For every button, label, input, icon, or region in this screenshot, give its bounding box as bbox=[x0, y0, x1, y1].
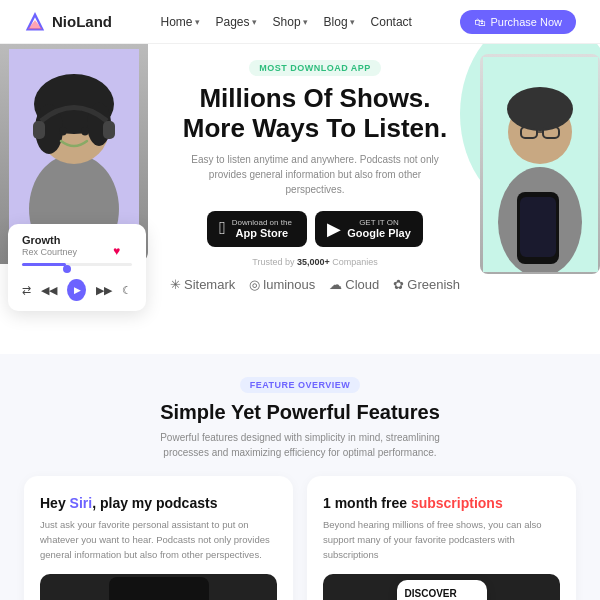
feature-card-siri: Hey Siri, play my podcasts Just ask your… bbox=[24, 476, 293, 600]
sitemark-icon: ✳ bbox=[170, 277, 181, 292]
chevron-down-icon: ▾ bbox=[350, 17, 355, 27]
svg-point-15 bbox=[507, 87, 573, 131]
logo-text: NioLand bbox=[52, 13, 112, 30]
nav-blog[interactable]: Blog ▾ bbox=[324, 15, 355, 29]
brand-logos: ✳ Sitemark ◎ luminous ☁ Cloud ✿ Greenish bbox=[170, 277, 460, 292]
hero-subtitle: Easy to listen anytime and anywhere. Pod… bbox=[185, 152, 445, 197]
feature-badge: FEATURE OVERVIEW bbox=[240, 377, 361, 393]
feature-card-2-desc: Beyond hearing millions of free shows, y… bbox=[323, 518, 560, 562]
hero-badge: MOST DOWNLOAD APP bbox=[249, 60, 381, 76]
brand-cloud: ☁ Cloud bbox=[329, 277, 379, 292]
feature-card-subscriptions: 1 month free subscriptions Beyond hearin… bbox=[307, 476, 576, 600]
svg-point-10 bbox=[59, 127, 67, 136]
store-buttons:  Download on the App Store ▶ GET IT ON … bbox=[207, 211, 423, 247]
feature-card-1-desc: Just ask your favorite personal assistan… bbox=[40, 518, 277, 562]
discover-card: DISCOVER 🔍 Find your favourite... bbox=[397, 580, 487, 600]
nav-contact[interactable]: Contact bbox=[371, 15, 412, 29]
player-card: Growth Rex Courtney ♥ ⇄ ◀◀ ▶ ▶▶ ☾ bbox=[8, 224, 146, 311]
greenish-icon: ✿ bbox=[393, 277, 404, 292]
features-title: Simple Yet Powerful Features bbox=[24, 401, 576, 424]
play-button[interactable]: ▶ bbox=[67, 279, 86, 301]
nav-links: Home ▾ Pages ▾ Shop ▾ Blog ▾ Contact bbox=[160, 15, 411, 29]
svg-rect-20 bbox=[520, 197, 556, 257]
progress-bar[interactable] bbox=[22, 263, 132, 266]
google-play-button[interactable]: ▶ GET IT ON Google Play bbox=[315, 211, 423, 247]
cloud-icon: ☁ bbox=[329, 277, 342, 292]
app-store-button[interactable]:  Download on the App Store bbox=[207, 211, 307, 247]
discover-title: DISCOVER bbox=[405, 588, 479, 599]
hero-center: MOST DOWNLOAD APP Millions Of Shows. Mor… bbox=[160, 60, 470, 292]
nav-shop[interactable]: Shop ▾ bbox=[273, 15, 308, 29]
headphones-svg bbox=[109, 577, 209, 600]
brand-luminous: ◎ luminous bbox=[249, 277, 315, 292]
svg-rect-21 bbox=[109, 577, 209, 600]
feature-card-1-title: Hey Siri, play my podcasts bbox=[40, 494, 277, 512]
trusted-text: Trusted by 35,000+ Companies bbox=[252, 257, 378, 267]
purchase-button[interactable]: 🛍 Purchase Now bbox=[460, 10, 576, 34]
chevron-down-icon: ▾ bbox=[252, 17, 257, 27]
feature-card-2-image: DISCOVER 🔍 Find your favourite... bbox=[323, 574, 560, 600]
nav-home[interactable]: Home ▾ bbox=[160, 15, 199, 29]
navbar: NioLand Home ▾ Pages ▾ Shop ▾ Blog ▾ Con… bbox=[0, 0, 600, 44]
logo[interactable]: NioLand bbox=[24, 11, 112, 33]
logo-icon bbox=[24, 11, 46, 33]
next-button[interactable]: ▶▶ bbox=[96, 284, 112, 297]
hero-title: Millions Of Shows. More Ways To Listen. bbox=[183, 84, 447, 144]
brand-sitemark: ✳ Sitemark bbox=[170, 277, 235, 292]
nav-pages[interactable]: Pages ▾ bbox=[216, 15, 257, 29]
features-header: FEATURE OVERVIEW Simple Yet Powerful Fea… bbox=[24, 374, 576, 460]
progress-fill bbox=[22, 263, 66, 266]
shuffle-button[interactable]: ⇄ bbox=[22, 284, 31, 297]
chevron-down-icon: ▾ bbox=[195, 17, 200, 27]
hero-right-image bbox=[470, 44, 600, 274]
luminous-icon: ◎ bbox=[249, 277, 260, 292]
svg-point-11 bbox=[81, 127, 89, 136]
brand-greenish: ✿ Greenish bbox=[393, 277, 460, 292]
chevron-down-icon: ▾ bbox=[303, 17, 308, 27]
features-section: FEATURE OVERVIEW Simple Yet Powerful Fea… bbox=[0, 354, 600, 600]
feature-card-1-image bbox=[40, 574, 277, 600]
feature-cards: Hey Siri, play my podcasts Just ask your… bbox=[24, 476, 576, 600]
heart-icon: ♥ bbox=[113, 244, 120, 258]
person-right-svg bbox=[483, 57, 598, 272]
play-store-icon: ▶ bbox=[327, 218, 341, 240]
progress-dot bbox=[63, 265, 71, 273]
hero-section: Growth Rex Courtney ♥ ⇄ ◀◀ ▶ ▶▶ ☾ MOST D… bbox=[0, 44, 600, 354]
moon-icon[interactable]: ☾ bbox=[122, 284, 132, 297]
prev-button[interactable]: ◀◀ bbox=[41, 284, 57, 297]
player-controls: ⇄ ◀◀ ▶ ▶▶ ☾ bbox=[22, 279, 132, 301]
apple-icon:  bbox=[219, 218, 226, 239]
feature-card-2-title: 1 month free subscriptions bbox=[323, 494, 560, 512]
hero-right-person bbox=[480, 54, 600, 274]
shopping-bag-icon: 🛍 bbox=[474, 16, 485, 28]
svg-rect-8 bbox=[33, 121, 45, 139]
features-subtitle: Powerful features designed with simplici… bbox=[140, 430, 460, 460]
svg-rect-9 bbox=[103, 121, 115, 139]
